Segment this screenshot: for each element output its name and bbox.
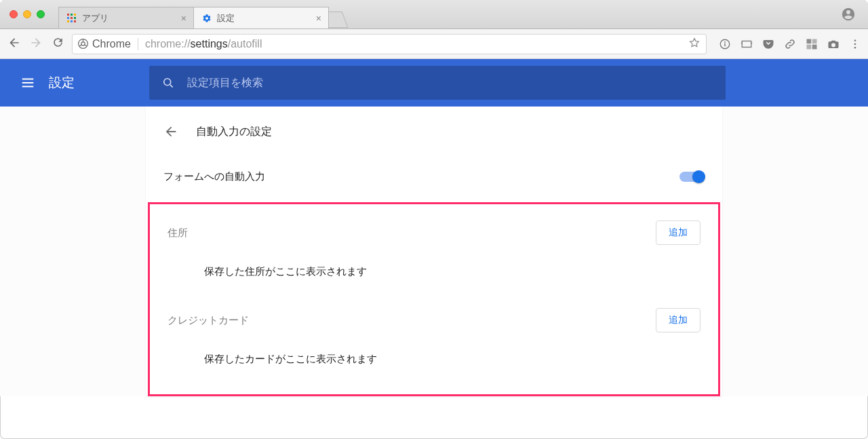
close-tab-icon[interactable]: × [316, 14, 321, 23]
highlight-annotation-box: 住所 追加 保存した住所がここに表示されます クレジットカード 追加 保存したカ… [148, 202, 720, 396]
svg-point-19 [854, 39, 856, 41]
profile-icon[interactable] [841, 7, 856, 22]
address-section: 住所 追加 保存した住所がここに表示されます [150, 208, 718, 296]
tab-title: アプリ [82, 12, 108, 24]
extension-pocket-icon[interactable] [762, 38, 774, 50]
settings-card: 自動入力の設定 フォームへの自動入力 住所 追加 保存した住所がここに表示されま… [146, 107, 722, 396]
svg-point-22 [164, 79, 171, 85]
svg-rect-17 [807, 44, 812, 49]
add-creditcard-button[interactable]: 追加 [656, 308, 701, 332]
nav-reload-button[interactable] [50, 36, 65, 52]
settings-stage: 自動入力の設定 フォームへの自動入力 住所 追加 保存した住所がここに表示されま… [0, 107, 868, 396]
browser-tab-apps[interactable]: アプリ × [58, 7, 194, 28]
extension-camera-icon[interactable] [827, 38, 840, 50]
creditcard-section: クレジットカード 追加 保存したカードがここに表示されます [150, 296, 718, 383]
traffic-lights [0, 10, 54, 18]
svg-rect-4 [71, 17, 73, 19]
browser-tab-settings[interactable]: 設定 × [193, 7, 329, 28]
autofill-toggle-label: フォームへの自動入力 [163, 170, 265, 183]
extension-link-icon[interactable] [784, 38, 796, 50]
creditcard-section-title: クレジットカード [167, 314, 249, 327]
extension-devicemode-icon[interactable] [741, 38, 753, 50]
svg-point-20 [854, 43, 856, 45]
site-chip-label: Chrome [92, 38, 131, 50]
svg-point-12 [724, 41, 726, 43]
browser-toolbar: Chrome chrome://settings/autofill [0, 29, 868, 59]
autofill-toggle[interactable] [679, 172, 705, 182]
svg-rect-1 [71, 14, 73, 16]
svg-rect-13 [724, 43, 726, 46]
chrome-menu-icon[interactable] [849, 38, 861, 50]
svg-rect-18 [812, 44, 817, 49]
settings-search-input[interactable] [187, 77, 713, 89]
add-address-button[interactable]: 追加 [656, 221, 701, 245]
svg-rect-5 [74, 17, 76, 19]
window-titlebar: アプリ × 設定 × [0, 0, 868, 29]
svg-line-23 [170, 85, 173, 88]
subpage-title: 自動入力の設定 [196, 125, 272, 139]
svg-point-21 [854, 46, 856, 48]
extensions-area [719, 38, 861, 50]
bookmark-star-icon[interactable] [688, 37, 701, 52]
nav-back-button[interactable] [7, 36, 22, 52]
subpage-header: 自動入力の設定 [146, 107, 722, 151]
settings-header: 設定 [0, 59, 868, 107]
creditcard-empty-text: 保存したカードがここに表示されます [167, 332, 701, 378]
svg-rect-7 [71, 20, 73, 22]
gear-icon [202, 14, 212, 23]
extension-google-icon[interactable] [806, 38, 818, 50]
chrome-product-icon [78, 39, 88, 49]
svg-rect-8 [74, 20, 76, 22]
site-chip[interactable]: Chrome [78, 38, 138, 50]
settings-search[interactable] [149, 66, 726, 100]
address-section-title: 住所 [167, 227, 188, 240]
omnibox-url: chrome://settings/autofill [145, 38, 262, 50]
svg-rect-3 [67, 17, 69, 19]
close-window-button[interactable] [9, 10, 18, 18]
nav-forward-button[interactable] [28, 36, 43, 52]
apps-icon [67, 14, 77, 23]
svg-rect-14 [742, 41, 751, 47]
minimize-window-button[interactable] [23, 10, 31, 18]
address-empty-text: 保存した住所がここに表示されます [167, 245, 701, 290]
svg-rect-6 [67, 20, 69, 22]
svg-rect-15 [807, 39, 812, 43]
svg-rect-2 [74, 14, 76, 16]
tab-title: 設定 [217, 12, 235, 24]
menu-hamburger-icon[interactable] [20, 75, 35, 90]
search-icon [161, 76, 175, 90]
close-tab-icon[interactable]: × [181, 14, 186, 23]
maximize-window-button[interactable] [37, 10, 45, 18]
svg-rect-0 [67, 14, 69, 16]
settings-title: 設定 [49, 74, 75, 92]
extension-info-icon[interactable] [719, 38, 731, 50]
tab-strip: アプリ × 設定 × [58, 0, 841, 28]
autofill-toggle-row: フォームへの自動入力 [146, 151, 722, 202]
back-arrow-icon[interactable] [163, 124, 178, 139]
svg-rect-16 [812, 39, 817, 43]
omnibox[interactable]: Chrome chrome://settings/autofill [72, 34, 707, 54]
